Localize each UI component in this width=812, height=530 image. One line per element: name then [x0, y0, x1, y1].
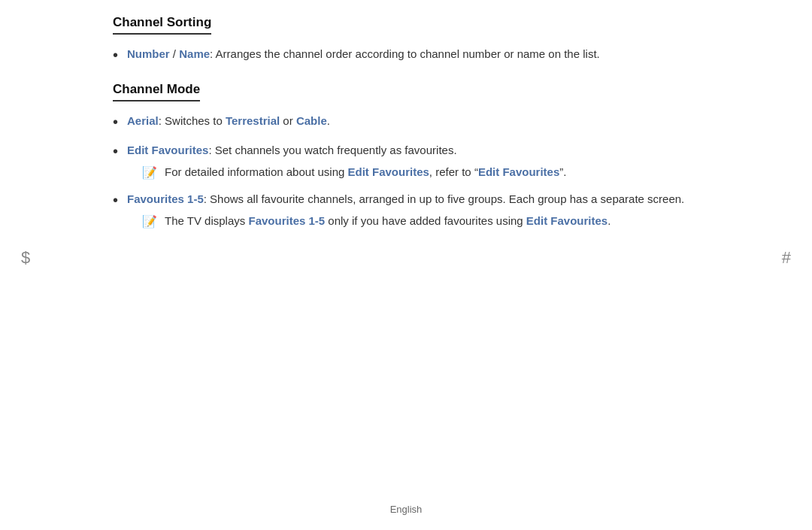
channel-mode-title: Channel Mode	[113, 82, 200, 101]
note2-prefix: The TV displays	[165, 214, 248, 227]
note-edit-fav-link2[interactable]: Edit Favourites	[478, 165, 559, 178]
channel-sorting-section: Channel Sorting • Number / Name: Arrange…	[113, 15, 714, 67]
fav15-text1: : Shows all favourite channels, arranged…	[204, 192, 685, 205]
bullet-dot: •	[113, 140, 118, 163]
bullet-content: Aerial: Switches to Terrestrial or Cable…	[127, 112, 714, 129]
list-item: • Aerial: Switches to Terrestrial or Cab…	[113, 112, 714, 134]
note2-edit-fav-link[interactable]: Edit Favourites	[526, 214, 607, 227]
note-text: For detailed information about using Edi…	[165, 163, 714, 180]
aerial-link[interactable]: Aerial	[127, 114, 159, 127]
edit-fav-content: Edit Favourites: Set channels you watch …	[127, 144, 457, 156]
note2-suffix: .	[607, 214, 611, 227]
note2-fav15-link[interactable]: Favourites 1-5	[248, 214, 325, 227]
bullet-dot: •	[113, 44, 118, 67]
note-icon: 📝	[142, 213, 157, 232]
terrestrial-link[interactable]: Terrestrial	[226, 114, 280, 127]
note-block: 📝 For detailed information about using E…	[142, 163, 714, 183]
bullet-content: Favourites 1-5: Shows all favourite chan…	[127, 190, 714, 232]
channel-mode-section: Channel Mode • Aerial: Switches to Terre…	[113, 82, 714, 232]
edit-favourites-link[interactable]: Edit Favourites	[127, 144, 208, 156]
list-item: • Favourites 1-5: Shows all favourite ch…	[113, 190, 714, 232]
note-edit-fav-link1[interactable]: Edit Favourites	[348, 165, 429, 178]
bullet-content: Number / Name: Arranges the channel orde…	[127, 45, 714, 62]
number-link[interactable]: Number	[127, 47, 170, 60]
fav15-content: Favourites 1-5: Shows all favourite chan…	[127, 192, 684, 205]
bullet-content: Edit Favourites: Set channels you watch …	[127, 141, 714, 183]
list-item: • Number / Name: Arranges the channel or…	[113, 45, 714, 67]
list-item: • Edit Favourites: Set channels you watc…	[113, 141, 714, 183]
bullet-dot: •	[113, 111, 118, 134]
cable-link[interactable]: Cable	[296, 114, 327, 127]
bullet-dot: •	[113, 189, 118, 212]
footer-language: English	[390, 504, 423, 515]
favourites-15-link[interactable]: Favourites 1-5	[127, 192, 204, 205]
note-middle: , refer to “	[429, 165, 478, 178]
channel-sorting-list: • Number / Name: Arranges the channel or…	[113, 45, 714, 67]
aerial-text2: or	[280, 114, 296, 127]
note-icon: 📝	[142, 164, 157, 183]
separator-text: /	[170, 47, 180, 60]
side-dollar-marker: $	[21, 248, 30, 268]
edit-fav-text1: : Set channels you watch frequently as f…	[208, 144, 456, 156]
channel-sorting-title: Channel Sorting	[113, 15, 211, 35]
aerial-text1: : Switches to	[159, 114, 226, 127]
note2-middle: only if you have added favourites using	[325, 214, 526, 227]
note-text: The TV displays Favourites 1-5 only if y…	[165, 212, 714, 229]
aerial-text3: .	[327, 114, 330, 127]
channel-mode-list: • Aerial: Switches to Terrestrial or Cab…	[113, 112, 714, 232]
note-suffix: ”.	[559, 165, 566, 178]
name-link[interactable]: Name	[179, 47, 210, 60]
side-hash-marker: #	[782, 248, 791, 268]
sorting-desc: : Arranges the channel order according t…	[210, 47, 600, 60]
note-prefix: For detailed information about using	[165, 165, 347, 178]
note-block: 📝 The TV displays Favourites 1-5 only if…	[142, 212, 714, 232]
